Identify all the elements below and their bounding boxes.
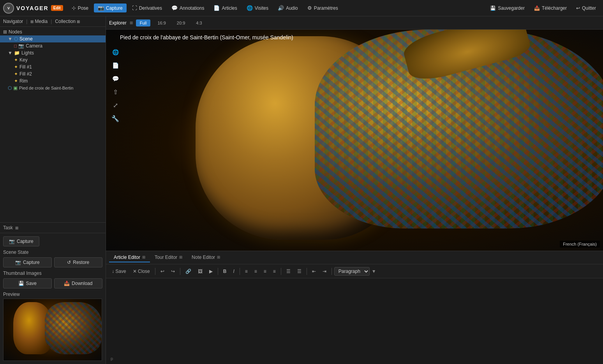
tree-nodes-header: ⊞ Nodes — [0, 28, 106, 35]
download-thumb-icon: 📥 — [64, 281, 70, 286]
quitter-button[interactable]: ↩ Quitter — [572, 4, 600, 12]
collection-link[interactable]: Collection ⊞ — [55, 19, 80, 24]
editor-save-btn[interactable]: ↓ Save — [109, 267, 129, 275]
editor-italic-btn[interactable]: I — [230, 267, 237, 275]
scene-tree: ⊞ Nodes ▼ ⬡ Scene □ 📷 Camera ▼ 📁 Lights — [0, 27, 106, 222]
editor-indent-right-btn[interactable]: ⇥ — [320, 267, 329, 275]
editor-align-center-btn[interactable]: ≡ — [252, 267, 260, 275]
articles-icon: 📄 — [213, 5, 220, 11]
task-capture-mode-btn[interactable]: 📷 Capture — [3, 236, 39, 246]
sidebar: Navigator | ⊞ Media | Collection ⊞ ⊞ Nod… — [0, 16, 106, 364]
vp-share-btn[interactable]: ⇧ — [110, 86, 121, 97]
tab-tour-editor[interactable]: Tour Editor ⊞ — [150, 253, 187, 262]
nav-pose[interactable]: ⊹ Pose — [68, 4, 92, 12]
editor-redo-btn[interactable]: ↪ — [168, 267, 178, 275]
capture-button[interactable]: 📷 Capture — [3, 257, 52, 267]
aspect-full[interactable]: Full — [136, 19, 151, 26]
editor-list-ul-btn[interactable]: ☰ — [284, 267, 293, 275]
scene-box-icon: ⬡ — [14, 36, 18, 42]
nav-capture[interactable]: 📷 Capture — [94, 4, 127, 12]
toolbar-sep-5 — [281, 268, 281, 275]
vp-expand-btn[interactable]: ⤢ — [110, 100, 121, 111]
aspect-4-3[interactable]: 4:3 — [192, 19, 206, 26]
pose-icon: ⊹ — [72, 5, 76, 11]
editor-list-ol-btn[interactable]: ☰ — [294, 267, 304, 275]
center-panel: Explorer ⊞ Full 16:9 20:9 4:3 — [106, 16, 603, 364]
editor-toolbar: ↓ Save ✕ Close ↩ ↪ 🔗 🖼 ▶ B I ≡ ≡ — [106, 264, 603, 278]
tree-item-scene[interactable]: ▼ ⬡ Scene — [0, 35, 106, 42]
editor-link-btn[interactable]: 🔗 — [183, 267, 194, 275]
save-thumb-icon: 💾 — [18, 281, 24, 286]
task-capture-icon: 📷 — [9, 239, 15, 244]
fill1-light-icon: ✦ — [14, 64, 18, 70]
editor-image-btn[interactable]: 🖼 — [195, 267, 205, 275]
aspect-16-9[interactable]: 16:9 — [153, 19, 169, 26]
visites-icon: 🌐 — [247, 5, 253, 11]
editor-content-area[interactable]: p — [106, 278, 603, 364]
editor-indent-left-btn[interactable]: ⇤ — [309, 267, 319, 275]
tree-item-fill2[interactable]: ✦ Fill #2 — [0, 70, 106, 77]
explorer-bar: Explorer ⊞ Full 16:9 20:9 4:3 — [106, 16, 603, 30]
save-thumbnail-button[interactable]: 💾 Save — [3, 278, 52, 288]
tree-item-key[interactable]: ✦ Key — [0, 56, 106, 63]
explorer-title: Explorer — [109, 20, 127, 26]
bottom-editor: Article Editor ⊞ Tour Editor ⊞ Note Edit… — [106, 251, 603, 364]
viewport-sidebar-icons: 🌐 📄 💬 ⇧ ⤢ 🔧 — [110, 47, 121, 124]
restore-icon: ↺ — [67, 260, 71, 265]
edit-badge: Edit — [51, 5, 63, 11]
tab-article-editor[interactable]: Article Editor ⊞ — [109, 253, 150, 262]
collection-grid-icon: ⊞ — [77, 19, 80, 24]
nav-audio[interactable]: 🔊 Audio — [274, 4, 302, 12]
nav-right: 💾 Sauvegarder 📥 Télécharger ↩ Quitter — [486, 4, 600, 12]
paragraph-select[interactable]: Paragraph — [334, 267, 370, 276]
restore-button[interactable]: ↺ Restore — [54, 257, 103, 267]
audio-icon: 🔊 — [278, 5, 284, 11]
vp-document-btn[interactable]: 📄 — [110, 60, 121, 71]
editor-close-icon: ✕ — [133, 269, 137, 274]
download-thumbnail-button[interactable]: 📥 Download — [54, 278, 103, 288]
tree-item-pied[interactable]: ⬡ ▣ Pied de croix de Saint-Bertin — [0, 84, 106, 91]
artifact-scene — [106, 30, 603, 251]
editor-undo-btn[interactable]: ↩ — [158, 267, 167, 275]
toolbar-sep-2 — [180, 268, 180, 275]
article-tab-grid-icon: ⊞ — [142, 255, 145, 259]
pied-box-icon: ⬡ — [8, 85, 12, 91]
media-link[interactable]: ⊞ Media — [30, 19, 48, 24]
save-icon: 💾 — [490, 5, 496, 11]
vp-tools-btn[interactable]: 🔧 — [110, 113, 121, 124]
telecharger-button[interactable]: 📥 Télécharger — [530, 4, 571, 12]
sidebar-header: Navigator | ⊞ Media | Collection ⊞ — [0, 16, 106, 27]
viewport-title: Pied de croix de l'abbaye de Saint-Berti… — [120, 34, 293, 40]
editor-align-right-btn[interactable]: ≡ — [261, 267, 269, 275]
explorer-grid-icon: ⊞ — [130, 21, 133, 25]
tree-item-fill1[interactable]: ✦ Fill #1 — [0, 63, 106, 70]
tab-note-editor[interactable]: Note Editor ⊞ — [187, 253, 225, 262]
rim-light-icon: ✦ — [14, 78, 18, 84]
navigator-link[interactable]: Navigator — [3, 19, 23, 24]
tree-item-rim[interactable]: ✦ Rim — [0, 77, 106, 84]
tour-tab-grid-icon: ⊞ — [179, 255, 182, 259]
scene-state-buttons: 📷 Capture ↺ Restore — [3, 257, 102, 267]
camera-tree-icon: □ — [14, 43, 17, 49]
editor-align-justify-btn[interactable]: ≡ — [270, 267, 279, 275]
editor-bold-btn[interactable]: B — [220, 267, 229, 275]
nav-annotations[interactable]: 💬 Annotations — [168, 4, 208, 12]
viewport[interactable]: 🌐 📄 💬 ⇧ ⤢ 🔧 Pied de croix de l'abbaye de… — [106, 30, 603, 251]
top-nav: V VOYAGER Edit ⊹ Pose 📷 Capture ⛶ Deriva… — [0, 0, 603, 16]
tree-item-lights[interactable]: ▼ 📁 Lights — [0, 49, 106, 56]
nav-articles[interactable]: 📄 Articles — [210, 4, 241, 12]
nav-parametres[interactable]: ⚙ Paramètres — [303, 4, 342, 12]
editor-align-left-btn[interactable]: ≡ — [242, 267, 250, 275]
preview-image — [3, 299, 102, 361]
sauvegarder-button[interactable]: 💾 Sauvegarder — [486, 4, 529, 12]
tree-item-camera[interactable]: □ 📷 Camera — [0, 42, 106, 49]
nav-derivatives[interactable]: ⛶ Derivatives — [128, 4, 166, 12]
vp-globe-btn[interactable]: 🌐 — [110, 47, 121, 58]
nav-visites[interactable]: 🌐 Visites — [243, 4, 272, 12]
editor-video-btn[interactable]: ▶ — [206, 267, 215, 275]
vp-chat-btn[interactable]: 💬 — [110, 73, 121, 84]
aspect-20-9[interactable]: 20:9 — [173, 19, 189, 26]
editor-close-btn[interactable]: ✕ Close — [130, 267, 153, 275]
scene-state-label: Scene State — [3, 250, 102, 255]
preview-label: Preview — [3, 292, 102, 297]
